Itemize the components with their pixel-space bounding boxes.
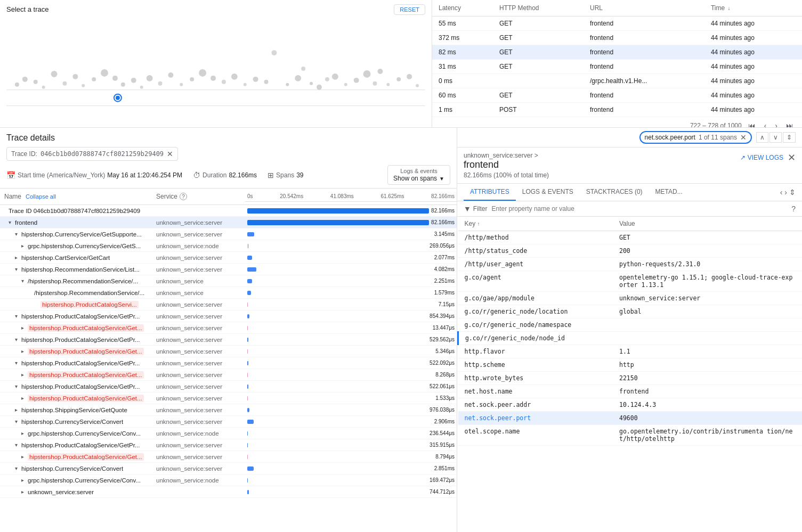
span-row[interactable]: ▾ hipstershop.ProductCatalogService/GetP… <box>0 381 457 392</box>
attr-row[interactable]: g.co/r/generic_node/namespace <box>458 318 803 332</box>
tab-stacktraces[interactable]: STACKTRACES (0) <box>580 184 649 201</box>
span-row[interactable]: ▸ hipstershop.ProductCatalogService/Get.… <box>0 369 457 381</box>
span-row[interactable]: ▸ hipstershop.ProductCatalogService/Get.… <box>0 322 457 334</box>
expand-icon[interactable]: ▾ <box>15 383 20 389</box>
span-row[interactable]: /hipstershop.RecommendationService/... u… <box>0 287 457 299</box>
expand-icon[interactable]: ▾ <box>15 465 20 471</box>
tab-logs-events[interactable]: LOGS & EVENTS <box>516 184 580 201</box>
attr-row[interactable]: g.co/agent opentelemetry-go 1.15.1; goog… <box>458 271 803 292</box>
trace-row[interactable]: 372 ms GET frontend 44 minutes ago <box>432 31 802 45</box>
expand-icon[interactable]: ▾ <box>15 337 20 342</box>
span-row[interactable]: ▸ grpc.hipstershop.CurrencyService/Conv.… <box>0 428 457 439</box>
trace-row[interactable]: 82 ms GET frontend 44 minutes ago <box>432 45 802 60</box>
last-page-button[interactable]: ⏭ <box>784 120 796 127</box>
trace-row[interactable]: 60 ms GET frontend 44 minutes ago <box>432 88 802 103</box>
span-row[interactable]: Trace ID 046cb1b0d07888747cf8021259b2940… <box>0 205 457 217</box>
span-row[interactable]: ▸ hipstershop.ProductCatalogService/Get.… <box>0 392 457 404</box>
tab-nav-next-button[interactable]: › <box>784 188 787 197</box>
attr-row[interactable]: otel.scope.name go.opentelemetry.io/cont… <box>458 425 803 446</box>
span-row[interactable]: ▾ hipstershop.ProductCatalogService/GetP… <box>0 334 457 346</box>
col-method[interactable]: HTTP Method <box>493 0 584 17</box>
span-row[interactable]: ▾ hipstershop.RecommendationService/List… <box>0 264 457 275</box>
expand-icon[interactable]: ▸ <box>21 489 27 495</box>
filter-chip-close-icon[interactable]: ✕ <box>740 133 747 142</box>
span-row[interactable]: ▾ hipstershop.ProductCatalogService/GetP… <box>0 310 457 322</box>
expand-icon[interactable]: ▾ <box>9 219 14 225</box>
span-row[interactable]: ▾ /hipstershop.RecommendationService/...… <box>0 275 457 287</box>
expand-icon[interactable]: ▸ <box>21 348 27 354</box>
attr-row[interactable]: http.flavor 1.1 <box>458 345 803 358</box>
expand-icon[interactable]: ▾ <box>15 313 20 319</box>
expand-icon[interactable]: ▸ <box>21 395 27 401</box>
trace-row[interactable]: 1 ms POST frontend 44 minutes ago <box>432 103 802 117</box>
view-logs-button[interactable]: ↗ VIEW LOGS <box>740 154 783 161</box>
logs-events-dropdown[interactable]: Logs & events Show on spans ▼ <box>387 165 450 185</box>
span-row[interactable]: ▸ hipstershop.CartService/GetCart unknow… <box>0 252 457 264</box>
col-url[interactable]: URL <box>584 0 704 17</box>
expand-icon[interactable]: ▾ <box>15 231 20 237</box>
next-page-button[interactable]: › <box>773 120 780 127</box>
reset-button[interactable]: RESET <box>394 4 425 15</box>
col-latency[interactable]: Latency <box>432 0 493 17</box>
attr-row[interactable]: net.host.name frontend <box>458 385 803 398</box>
span-row[interactable]: ▾ hipstershop.CurrencyService/Convert un… <box>0 463 457 474</box>
span-row[interactable]: ▾ hipstershop.CurrencyService/Convert un… <box>0 416 457 428</box>
attr-row[interactable]: g.co/gae/app/module unknown_service:serv… <box>458 292 803 305</box>
expand-icon[interactable]: ▸ <box>21 243 27 249</box>
filter-chip[interactable]: net.sock.peer.port 1 of 11 spans ✕ <box>639 131 752 144</box>
expand-icon[interactable]: ▸ <box>15 255 20 260</box>
expand-icon[interactable]: ▸ <box>21 372 27 378</box>
close-details-button[interactable]: ✕ <box>788 152 796 163</box>
expand-icon[interactable]: ▸ <box>15 407 20 413</box>
tab-expand-button[interactable]: ⇕ <box>789 188 796 197</box>
expand-icon[interactable]: ▸ <box>21 430 27 436</box>
service-help-icon[interactable]: ? <box>180 193 187 200</box>
attr-row[interactable]: /http/user_agent python-requests/2.31.0 <box>458 258 803 271</box>
prev-page-button[interactable]: ‹ <box>762 120 769 127</box>
span-nav-down-button[interactable]: ∨ <box>769 132 782 143</box>
span-row[interactable]: ▾ hipstershop.CurrencyService/GetSupport… <box>0 228 457 240</box>
attr-row[interactable]: net.sock.peer.addr 10.124.4.3 <box>458 398 803 412</box>
span-row[interactable]: ▸ unknown_service:server 744.712μs <box>0 486 457 498</box>
tab-nav-prev-button[interactable]: ‹ <box>780 188 783 197</box>
collapse-all-button[interactable]: Collapse all <box>26 193 56 200</box>
span-row[interactable]: ▾ hipstershop.ProductCatalogService/GetP… <box>0 357 457 369</box>
tab-metadata[interactable]: METAD... <box>649 184 689 201</box>
expand-icon[interactable]: ▾ <box>21 278 27 284</box>
span-row[interactable]: ▸ hipstershop.ProductCatalogService/Get.… <box>0 346 457 357</box>
span-nav-expand-button[interactable]: ⇕ <box>783 132 796 143</box>
first-page-button[interactable]: ⏮ <box>746 120 758 127</box>
span-row[interactable]: hipstershop.ProductCatalogServi... unkno… <box>0 299 457 310</box>
expand-icon[interactable]: ▸ <box>21 454 27 460</box>
span-nav-up-button[interactable]: ∧ <box>756 132 768 143</box>
expand-icon[interactable]: ▾ <box>15 442 20 448</box>
col-time[interactable]: Time ↓ <box>704 0 802 17</box>
span-row[interactable]: ▸ hipstershop.ShippingService/GetQuote u… <box>0 404 457 416</box>
clear-trace-id-icon[interactable]: ✕ <box>167 150 173 158</box>
trace-id-input[interactable]: Trace ID: 046cb1b0d07888747cf8021259b294… <box>6 147 178 161</box>
expand-icon[interactable]: ▸ <box>21 325 27 331</box>
attr-row[interactable]: http.scheme http <box>458 358 803 372</box>
attr-row[interactable]: http.wrote_bytes 22150 <box>458 372 803 385</box>
attr-row[interactable]: g.co/r/generic_node/location global <box>458 305 803 318</box>
expand-icon[interactable]: ▾ <box>15 360 20 366</box>
span-row[interactable]: ▸ grpc.hipstershop.CurrencyService/Conv.… <box>0 474 457 486</box>
tab-attributes[interactable]: ATTRIBUTES <box>464 184 516 201</box>
attr-row[interactable]: g.co/r/generic_node/node_id <box>458 332 803 345</box>
expand-icon[interactable]: ▸ <box>21 477 27 483</box>
attr-row[interactable]: net.sock.peer.port 49600 <box>458 412 803 425</box>
attr-filter-input[interactable] <box>492 205 790 212</box>
expand-icon[interactable]: ▾ <box>15 266 20 272</box>
attr-row[interactable]: /http/status_code 200 <box>458 244 803 258</box>
scatter-area[interactable] <box>6 15 425 114</box>
trace-row[interactable]: 31 ms GET frontend 44 minutes ago <box>432 60 802 74</box>
span-row[interactable]: ▸ hipstershop.ProductCatalogService/Get.… <box>0 451 457 463</box>
span-row[interactable]: ▾ frontend unknown_service:server 82.166… <box>0 217 457 228</box>
attr-row[interactable]: /http/method GET <box>458 231 803 244</box>
attr-help-icon[interactable]: ? <box>791 204 796 213</box>
trace-row[interactable]: 55 ms GET frontend 44 minutes ago <box>432 17 802 31</box>
expand-icon[interactable]: ▾ <box>15 419 20 424</box>
attr-key-col[interactable]: Key <box>458 217 613 231</box>
span-row[interactable]: ▸ grpc.hipstershop.CurrencyService/GetS.… <box>0 240 457 252</box>
span-row[interactable]: ▾ hipstershop.ProductCatalogService/GetP… <box>0 439 457 451</box>
